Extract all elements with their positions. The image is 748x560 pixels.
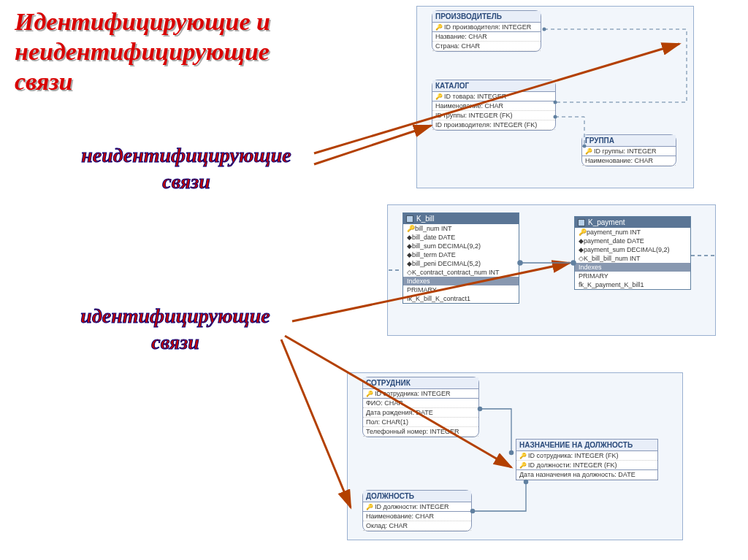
entity-attr: Наименование: CHAR xyxy=(432,101,555,111)
entity-catalog: КАТАЛОГ 🔑ID товара: INTEGER Наименование… xyxy=(432,80,556,131)
entity-col: ◆bill_sum DECIMAL(9,2) xyxy=(403,242,519,250)
entity-pk: 🔑ID сотрудника: INTEGER xyxy=(363,389,478,399)
entity-attr: Пол: CHAR(1) xyxy=(363,418,478,427)
entity-attr: Телефонный номер: INTEGER xyxy=(363,427,478,437)
entity-pk: 🔑ID группы: INTEGER xyxy=(582,147,676,156)
diagram-panel-middle: K_bill 🔑bill_num INT ◆bill_date DATE ◆bi… xyxy=(387,204,716,336)
entity-attr: ФИО: CHAR xyxy=(363,399,478,408)
entity-attr: ID производителя: INTEGER (FK) xyxy=(432,120,555,130)
index-row: PRIMARY xyxy=(403,285,519,294)
entity-attr: Дата рождения: DATE xyxy=(363,408,478,418)
entity-header: K_bill xyxy=(403,213,519,224)
label-identifying: идентифицирующие связи xyxy=(58,303,292,356)
title-line-2: неидентифицирующие xyxy=(15,38,270,65)
entity-pk: 🔑ID товара: INTEGER xyxy=(432,92,555,101)
entity-kbill: K_bill 🔑bill_num INT ◆bill_date DATE ◆bi… xyxy=(402,212,519,304)
entity-col: ◆payment_date DATE xyxy=(575,237,690,245)
entity-attr: Наименование: CHAR xyxy=(363,512,471,521)
entity-position: ДОЛЖНОСТЬ 🔑ID должности: INTEGER Наимено… xyxy=(362,490,472,532)
entity-producer: ПРОИЗВОДИТЕЛЬ 🔑ID производителя: INTEGER… xyxy=(432,10,541,52)
arrow-nonident-2 xyxy=(314,126,431,164)
main-title: Идентифицирующие и неидентифицирующие св… xyxy=(15,7,380,96)
entity-assignment: НАЗНАЧЕНИЕ НА ДОЛЖНОСТЬ 🔑ID сотрудника: … xyxy=(516,439,658,480)
entity-col: 🔑payment_num INT xyxy=(575,228,690,237)
entity-employee: СОТРУДНИК 🔑ID сотрудника: INTEGER ФИО: C… xyxy=(362,377,479,437)
arrow-ident-3 xyxy=(281,340,351,507)
indexes-header: Indexes xyxy=(403,277,519,285)
entity-pk: 🔑ID сотрудника: INTEGER (FK) xyxy=(516,451,657,461)
entity-header: ГРУППА xyxy=(582,135,676,147)
entity-kpayment: K_payment 🔑payment_num INT ◆payment_date… xyxy=(574,216,691,290)
table-icon xyxy=(406,215,413,223)
entity-attr: Название: CHAR xyxy=(432,32,541,42)
entity-attr: Оклад: CHAR xyxy=(363,521,471,531)
entity-header: ДОЛЖНОСТЬ xyxy=(363,491,471,502)
label-nonidentifying: неидентифицирующие связи xyxy=(58,142,314,196)
entity-attr: Наименование: CHAR xyxy=(582,156,676,166)
index-row: fk_K_bill_K_contract1 xyxy=(403,294,519,303)
index-row: PRIMARY xyxy=(575,272,690,280)
diagram-panel-top: ПРОИЗВОДИТЕЛЬ 🔑ID производителя: INTEGER… xyxy=(416,6,694,188)
title-line-3: связи xyxy=(15,68,73,95)
entity-col: ◆bill_term DATE xyxy=(403,250,519,259)
entity-attr: Дата назначения на должность: DATE xyxy=(516,470,657,480)
entity-col: ◇K_bill_bill_num INT xyxy=(575,254,690,263)
entity-col: 🔑bill_num INT xyxy=(403,224,519,233)
entity-col: ◆bill_peni DECIMAL(5,2) xyxy=(403,259,519,268)
entity-attr: Страна: CHAR xyxy=(432,42,541,51)
indexes-header: Indexes xyxy=(575,263,690,272)
entity-header: ПРОИЗВОДИТЕЛЬ xyxy=(432,11,541,23)
entity-col: ◆bill_date DATE xyxy=(403,233,519,242)
entity-pk: 🔑ID должности: INTEGER (FK) xyxy=(516,461,657,470)
table-icon xyxy=(578,219,585,226)
entity-col: ◇K_contract_contract_num INT xyxy=(403,268,519,277)
entity-header: НАЗНАЧЕНИЕ НА ДОЛЖНОСТЬ xyxy=(516,440,657,451)
entity-header: КАТАЛОГ xyxy=(432,80,555,92)
entity-col: ◆payment_sum DECIMAL(9,2) xyxy=(575,245,690,254)
entity-header: K_payment xyxy=(575,217,690,228)
index-row: fk_K_payment_K_bill1 xyxy=(575,280,690,289)
diagram-panel-bottom: СОТРУДНИК 🔑ID сотрудника: INTEGER ФИО: C… xyxy=(347,372,683,540)
entity-pk: 🔑ID производителя: INTEGER xyxy=(432,23,541,32)
title-line-1: Идентифицирующие и xyxy=(15,8,270,35)
entity-pk: 🔑ID должности: INTEGER xyxy=(363,502,471,512)
entity-attr: ID группы: INTEGER (FK) xyxy=(432,111,555,120)
entity-group: ГРУППА 🔑ID группы: INTEGER Наименование:… xyxy=(581,134,676,166)
entity-header: СОТРУДНИК xyxy=(363,377,478,389)
